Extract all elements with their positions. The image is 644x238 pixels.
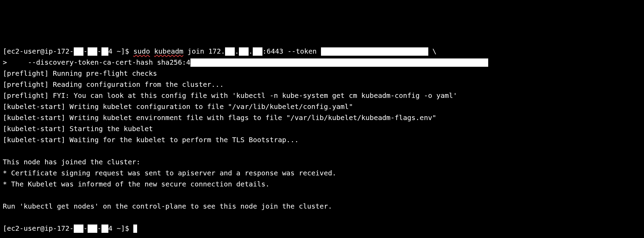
- cmd-kubeadm: kubeadm: [154, 47, 183, 55]
- output-blank: [3, 145, 641, 156]
- cmd-rest1: join 172.: [184, 47, 225, 55]
- output-line: This node has joined the cluster:: [3, 156, 641, 167]
- cmd-sudo: sudo: [133, 47, 150, 55]
- prompt-prefix: [ec2-user@ip-172-: [3, 47, 74, 55]
- prompt-prefix: [ec2-user@ip-172-: [3, 224, 74, 232]
- redacted-ip-octet: [74, 47, 83, 56]
- redacted-ip-octet: [88, 225, 97, 233]
- redacted-token: [321, 47, 428, 56]
- output-line: [kubelet-start] Starting the kubelet: [3, 123, 641, 134]
- command-line-2[interactable]: [ec2-user@ip-172---4 ~]$: [3, 223, 641, 234]
- output-line: * The Kubelet was informed of the new se…: [3, 178, 641, 190]
- output-line: [kubelet-start] Writing kubelet configur…: [3, 101, 641, 112]
- output-line: [kubelet-start] Writing kubelet environm…: [3, 112, 641, 123]
- command-line-1[interactable]: [ec2-user@ip-172---4 ~]$ sudo kubeadm jo…: [3, 46, 641, 57]
- cont-prompt: > --discovery-token-ca-cert-hash sha256:…: [3, 58, 190, 66]
- output-line: [kubelet-start] Waiting for the kubelet …: [3, 134, 641, 145]
- redacted-ip-octet: [239, 47, 249, 56]
- output-line: [preflight] FYI: You can look at this co…: [3, 90, 641, 101]
- cmd-backslash: \: [428, 47, 437, 55]
- output-line: * Certificate signing request was sent t…: [3, 167, 641, 178]
- output-line: [preflight] Reading configuration from t…: [3, 79, 641, 90]
- cursor: [133, 225, 137, 233]
- output-blank: [3, 212, 641, 223]
- redacted-ip-octet: [225, 47, 235, 56]
- redacted-ip-octet: [74, 225, 83, 233]
- prompt-suffix: 4 ~]$: [108, 224, 133, 232]
- output-line: Run 'kubectl get nodes' on the control-p…: [3, 201, 641, 212]
- output-blank: [3, 190, 641, 201]
- cmd-rest2: :6443 --token: [262, 47, 321, 55]
- redacted-ip-octet: [101, 47, 108, 56]
- command-line-1-continuation[interactable]: > --discovery-token-ca-cert-hash sha256:…: [3, 57, 641, 68]
- redacted-ip-octet: [253, 47, 262, 56]
- prompt-suffix: 4 ~]$: [108, 47, 133, 55]
- output-line: [preflight] Running pre-flight checks: [3, 68, 641, 79]
- redacted-ip-octet: [101, 225, 108, 233]
- redacted-hash: [190, 58, 488, 67]
- redacted-ip-octet: [88, 47, 97, 56]
